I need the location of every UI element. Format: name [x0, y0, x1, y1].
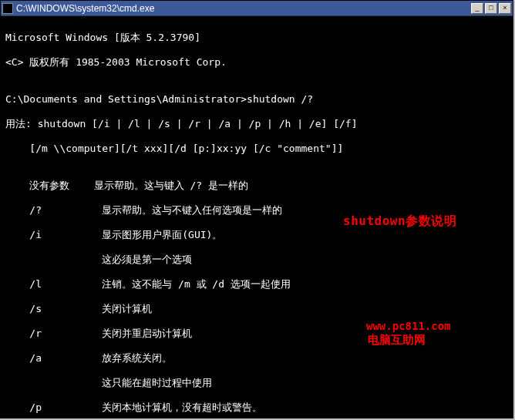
titlebar[interactable]: C:\WINDOWS\system32\cmd.exe _ □ × — [1, 1, 513, 16]
console-text: /a 放弃系统关闭。 — [5, 352, 508, 365]
window-title: C:\WINDOWS\system32\cmd.exe — [16, 3, 471, 14]
minimize-button[interactable]: _ — [471, 3, 483, 14]
console-text: [/m \\computer][/t xxx][/d [p:]xx:yy [/c… — [5, 143, 508, 155]
console-text: 没有参数 显示帮助。这与键入 /? 是一样的 — [5, 180, 508, 192]
console-text: <C> 版权所有 1985-2003 Microsoft Corp. — [5, 56, 508, 69]
console-text: 用法: shutdown [/i | /l | /s | /r | /a | /… — [5, 118, 508, 130]
console-text: Microsoft Windows [版本 5.2.3790] — [5, 32, 508, 44]
cmd-icon — [2, 3, 13, 14]
console-text: 这只能在超时过程中使用 — [5, 377, 508, 389]
close-button[interactable]: × — [499, 3, 511, 14]
annotation-url: www.pc811.com — [366, 320, 451, 332]
console-text: /l 注销。这不能与 /m 或 /d 选项一起使用 — [5, 278, 508, 291]
annotation-shutdown: shutdown参数说明 — [343, 215, 456, 227]
console-text: /p 关闭本地计算机，没有超时或警告。 — [5, 402, 508, 414]
maximize-button[interactable]: □ — [485, 3, 497, 14]
window-controls: _ □ × — [471, 3, 511, 14]
console-text: /s 关闭计算机 — [5, 303, 508, 315]
console-output: Microsoft Windows [版本 5.2.3790] <C> 版权所有… — [1, 16, 513, 418]
cmd-window: C:\WINDOWS\system32\cmd.exe _ □ × Micros… — [0, 0, 513, 418]
console-text: 这必须是第一个选项 — [5, 254, 508, 266]
console-prompt: C:\Documents and Settings\Administrator>… — [5, 93, 508, 106]
annotation-site: 电脑互助网 — [368, 334, 426, 346]
console-text: /i 显示图形用户界面(GUI)。 — [5, 229, 508, 241]
